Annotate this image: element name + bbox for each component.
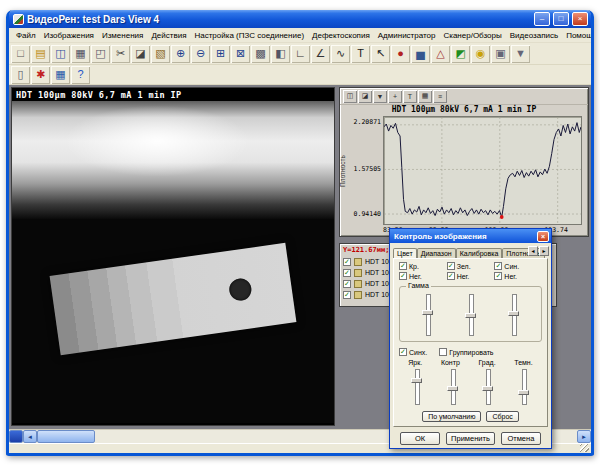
channel-checkbox[interactable]: Син. bbox=[494, 262, 542, 270]
checkbox-icon[interactable] bbox=[343, 258, 351, 266]
slider-thumb[interactable] bbox=[482, 386, 493, 391]
marker-icon[interactable]: ● bbox=[391, 45, 410, 63]
measure-length-icon[interactable]: ∟ bbox=[291, 45, 310, 63]
pointer-icon[interactable]: ↖ bbox=[371, 45, 390, 63]
menu-item[interactable]: Изменения bbox=[98, 30, 147, 41]
profile-window[interactable]: ◫ ◪ ▼ + T ▦ ≡ HDT 100µm 80kV 6,7 mA 1 mi… bbox=[339, 87, 589, 237]
menu-item[interactable]: Помощь bbox=[562, 30, 591, 41]
save-icon[interactable]: ◫ bbox=[51, 45, 70, 63]
preview-icon[interactable]: ◰ bbox=[91, 45, 110, 63]
gamma-slider-green[interactable] bbox=[464, 292, 478, 338]
group-checkbox[interactable]: Группировать bbox=[439, 348, 493, 356]
slider-thumb[interactable] bbox=[411, 378, 422, 383]
xray-image[interactable] bbox=[12, 101, 334, 423]
profile-plot[interactable] bbox=[383, 116, 582, 225]
brightness-slider[interactable] bbox=[410, 367, 424, 407]
image-control-dialog[interactable]: Контроль изображения × ◄ ► Цвет Диапазон… bbox=[389, 228, 552, 449]
maximize-button[interactable]: □ bbox=[553, 12, 569, 26]
profile-tool-icon[interactable]: ∿ bbox=[331, 45, 350, 63]
negative-checkbox[interactable]: Нег. bbox=[494, 272, 542, 280]
new-icon[interactable]: □ bbox=[11, 45, 30, 63]
open-icon[interactable]: ▤ bbox=[31, 45, 50, 63]
menu-item[interactable]: Файл bbox=[12, 30, 40, 41]
profile-copy-icon[interactable]: ◪ bbox=[358, 90, 372, 103]
profile-save-icon[interactable]: ◫ bbox=[343, 90, 357, 103]
gradation-slider[interactable] bbox=[481, 367, 495, 407]
resize-grip[interactable] bbox=[580, 444, 589, 452]
image-window[interactable]: HDT 100µm 80kV 6,7 mA 1 min IP bbox=[11, 87, 335, 426]
menu-item[interactable]: Настройка (ПЗС соединение) bbox=[190, 30, 308, 41]
checkbox-icon[interactable] bbox=[494, 262, 502, 270]
title-bar[interactable]: ВидеоРен: test Dars View 4 – □ × bbox=[9, 10, 591, 28]
filter-icon[interactable]: ▼ bbox=[511, 45, 530, 63]
page-setup-icon[interactable]: ▯ bbox=[11, 66, 30, 84]
table-icon[interactable]: ▦ bbox=[51, 66, 70, 84]
profile-grid-icon[interactable]: ▦ bbox=[418, 90, 432, 103]
copy-icon[interactable]: ◪ bbox=[131, 45, 150, 63]
profile-text-icon[interactable]: T bbox=[403, 90, 417, 103]
close-button[interactable]: × bbox=[572, 12, 588, 26]
dialog-tab[interactable]: Диапазон bbox=[417, 248, 456, 258]
gamma-slider-blue[interactable] bbox=[507, 292, 521, 338]
default-button[interactable]: По умолчанию bbox=[422, 411, 481, 422]
paste-icon[interactable]: ▧ bbox=[151, 45, 170, 63]
layout-icon[interactable]: ◧ bbox=[271, 45, 290, 63]
menu-item[interactable]: Видеозапись bbox=[506, 30, 562, 41]
checkbox-icon[interactable] bbox=[447, 272, 455, 280]
measure-angle-icon[interactable]: ∠ bbox=[311, 45, 330, 63]
checkbox-icon[interactable] bbox=[343, 269, 351, 277]
tab-scroll-left-button[interactable]: ◄ bbox=[528, 246, 538, 256]
menu-item[interactable]: Изображения bbox=[40, 30, 98, 41]
menu-item[interactable]: Сканер/Обзоры bbox=[439, 30, 505, 41]
channel-checkbox[interactable]: Кр. bbox=[399, 262, 447, 270]
archive-icon[interactable]: ▣ bbox=[491, 45, 510, 63]
menu-item[interactable]: Дефектоскопия bbox=[308, 30, 374, 41]
gamma-slider-red[interactable] bbox=[421, 292, 435, 338]
refresh-icon[interactable]: ✱ bbox=[31, 66, 50, 84]
darkness-slider[interactable] bbox=[517, 367, 531, 407]
zoom-out-icon[interactable]: ⊖ bbox=[191, 45, 210, 63]
print-icon[interactable]: ▦ bbox=[71, 45, 90, 63]
zoom-fit-icon[interactable]: ⊞ bbox=[211, 45, 230, 63]
scrollbar-thumb[interactable] bbox=[37, 430, 95, 443]
checkbox-icon[interactable] bbox=[399, 262, 407, 270]
slider-thumb[interactable] bbox=[465, 313, 476, 318]
grid-icon[interactable]: ▩ bbox=[251, 45, 270, 63]
slider-thumb[interactable] bbox=[508, 311, 519, 316]
histogram-icon[interactable]: ▅ bbox=[411, 45, 430, 63]
scroll-right-icon[interactable]: ► bbox=[577, 430, 591, 443]
contrast-slider[interactable] bbox=[446, 367, 460, 407]
profile-mode-icon[interactable]: ▼ bbox=[373, 90, 387, 103]
acquire-icon[interactable]: ◉ bbox=[471, 45, 490, 63]
reset-button[interactable]: Сброс bbox=[486, 411, 518, 422]
dialog-close-icon[interactable]: × bbox=[537, 231, 549, 242]
dialog-tab[interactable]: Цвет bbox=[393, 248, 417, 258]
slider-thumb[interactable] bbox=[518, 390, 529, 395]
cancel-button[interactable]: Отмена bbox=[501, 432, 541, 445]
negative-checkbox[interactable]: Нег. bbox=[447, 272, 495, 280]
profile-settings-icon[interactable]: ≡ bbox=[433, 90, 447, 103]
checkbox-icon[interactable] bbox=[447, 262, 455, 270]
checkbox-icon[interactable] bbox=[439, 348, 447, 356]
calibrate-icon[interactable]: △ bbox=[431, 45, 450, 63]
cut-icon[interactable]: ✂ bbox=[111, 45, 130, 63]
dialog-tab[interactable]: Калибровка bbox=[456, 248, 503, 258]
help-icon[interactable]: ? bbox=[71, 66, 90, 84]
tab-scroll-right-button[interactable]: ► bbox=[539, 246, 549, 256]
scrollbar-corner-button[interactable] bbox=[9, 430, 23, 443]
zoom-in-icon[interactable]: ⊕ bbox=[171, 45, 190, 63]
text-tool-icon[interactable]: T bbox=[351, 45, 370, 63]
channel-checkbox[interactable]: Зел. bbox=[447, 262, 495, 270]
dialog-title-bar[interactable]: Контроль изображения × bbox=[390, 229, 551, 243]
checkbox-icon[interactable] bbox=[343, 291, 351, 299]
apply-button[interactable]: Применить bbox=[446, 432, 495, 445]
negative-checkbox[interactable]: Нег. bbox=[399, 272, 447, 280]
checkbox-icon[interactable] bbox=[343, 280, 351, 288]
menu-item[interactable]: Действия bbox=[147, 30, 190, 41]
color-icon[interactable]: ◩ bbox=[451, 45, 470, 63]
menu-item[interactable]: Администратор bbox=[374, 30, 440, 41]
zoom-region-icon[interactable]: ⊠ bbox=[231, 45, 250, 63]
profile-marker-icon[interactable]: + bbox=[388, 90, 402, 103]
scroll-left-icon[interactable]: ◄ bbox=[23, 430, 37, 443]
slider-thumb[interactable] bbox=[447, 386, 458, 391]
